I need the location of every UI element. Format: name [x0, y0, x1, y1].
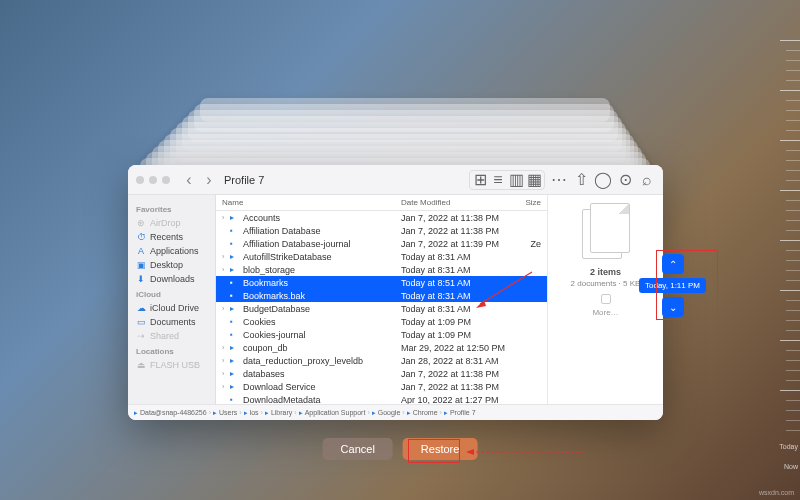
path-segment[interactable]: Profile 7 — [450, 409, 476, 416]
file-row[interactable]: ▪Affiliation Database-journalJan 7, 2022… — [216, 237, 547, 250]
file-row[interactable]: ▪Cookies-journalToday at 1:09 PM — [216, 328, 547, 341]
back-button[interactable]: ‹ — [182, 173, 196, 187]
file-row[interactable]: ›▸AccountsJan 7, 2022 at 11:38 PM — [216, 211, 547, 224]
sidebar-item[interactable]: ▣Desktop — [132, 258, 211, 272]
path-separator: › — [261, 409, 263, 416]
sidebar-item[interactable]: ⬇Downloads — [132, 272, 211, 286]
col-date[interactable]: Date Modified — [401, 198, 511, 207]
file-row[interactable]: ›▸coupon_dbMar 29, 2022 at 12:50 PM — [216, 341, 547, 354]
timeline-tick[interactable] — [786, 410, 800, 411]
path-segment[interactable]: Users — [219, 409, 237, 416]
forward-button[interactable]: › — [202, 173, 216, 187]
close-icon[interactable] — [136, 176, 144, 184]
timeline-tick[interactable] — [786, 110, 800, 111]
path-bar[interactable]: ▸Data@snap-4486256›▸Users›▸los›▸Library›… — [128, 404, 663, 420]
preview-subtitle: 2 documents · 5 KB — [571, 279, 641, 288]
timeline[interactable]: TodayNow — [760, 40, 800, 480]
sidebar-item[interactable]: AApplications — [132, 244, 211, 258]
timeline-tick[interactable] — [786, 70, 800, 71]
path-segment[interactable]: Chrome — [413, 409, 438, 416]
timeline-tick[interactable] — [786, 420, 800, 421]
group-button[interactable]: ⋯ — [551, 172, 567, 188]
timeline-tick[interactable] — [786, 160, 800, 161]
timeline-tick[interactable] — [786, 350, 800, 351]
file-row[interactable]: ▪Bookmarks.bakToday at 8:31 AM — [216, 289, 547, 302]
icon-view-button[interactable]: ⊞ — [472, 172, 488, 188]
timeline-tick[interactable] — [786, 150, 800, 151]
timeline-tick[interactable] — [786, 250, 800, 251]
minimize-icon[interactable] — [149, 176, 157, 184]
col-size[interactable]: Size — [511, 198, 541, 207]
file-row[interactable]: ▪Affiliation DatabaseJan 7, 2022 at 11:3… — [216, 224, 547, 237]
sidebar-icon: ⊛ — [136, 218, 146, 228]
timeline-tick[interactable] — [786, 400, 800, 401]
path-segment[interactable]: Application Support — [305, 409, 366, 416]
timeline-tick[interactable] — [786, 180, 800, 181]
timeline-tick[interactable] — [786, 430, 800, 431]
file-row[interactable]: ›▸data_reduction_proxy_leveldbJan 28, 20… — [216, 354, 547, 367]
timeline-tick[interactable] — [786, 380, 800, 381]
timeline-tick[interactable] — [786, 170, 800, 171]
list-view-button[interactable]: ≡ — [490, 172, 506, 188]
col-name[interactable]: Name — [222, 198, 401, 207]
cancel-button[interactable]: Cancel — [323, 438, 393, 460]
list-header[interactable]: Name Date Modified Size — [216, 195, 547, 211]
timeline-tick[interactable] — [786, 130, 800, 131]
timeline-tick[interactable] — [786, 230, 800, 231]
timeline-tick[interactable] — [780, 90, 800, 91]
timeline-tick[interactable] — [786, 330, 800, 331]
action-button[interactable]: ⊙ — [617, 172, 633, 188]
search-button[interactable]: ⌕ — [639, 172, 655, 188]
time-up-button[interactable]: ⌃ — [662, 254, 684, 274]
tag-button[interactable]: ◯ — [595, 172, 611, 188]
file-row[interactable]: ›▸BudgetDatabaseToday at 8:31 AM — [216, 302, 547, 315]
timeline-tick[interactable] — [780, 40, 800, 41]
timeline-tick[interactable] — [780, 290, 800, 291]
file-row[interactable]: ›▸blob_storageToday at 8:31 AM — [216, 263, 547, 276]
timeline-tick[interactable] — [786, 320, 800, 321]
file-list[interactable]: Name Date Modified Size ›▸AccountsJan 7,… — [216, 195, 547, 404]
timeline-tick[interactable] — [786, 200, 800, 201]
time-down-button[interactable]: ⌄ — [662, 297, 684, 317]
timeline-tick[interactable] — [780, 340, 800, 341]
zoom-icon[interactable] — [162, 176, 170, 184]
timeline-tick[interactable] — [786, 100, 800, 101]
path-segment[interactable]: los — [250, 409, 259, 416]
timeline-tick[interactable] — [786, 60, 800, 61]
folder-icon: ▸ — [230, 252, 240, 261]
share-button[interactable]: ⇧ — [573, 172, 589, 188]
timeline-tick[interactable] — [786, 300, 800, 301]
path-segment[interactable]: Google — [378, 409, 401, 416]
timeline-tick[interactable] — [786, 210, 800, 211]
gallery-view-button[interactable]: ▦ — [526, 172, 542, 188]
file-row[interactable]: ▪DownloadMetadataApr 10, 2022 at 1:27 PM — [216, 393, 547, 404]
path-segment[interactable]: Data@snap-4486256 — [140, 409, 207, 416]
timeline-tick[interactable] — [786, 370, 800, 371]
file-row[interactable]: ›▸Download ServiceJan 7, 2022 at 11:38 P… — [216, 380, 547, 393]
timeline-tick[interactable] — [786, 260, 800, 261]
timeline-tick[interactable] — [786, 220, 800, 221]
timeline-tick[interactable] — [780, 140, 800, 141]
timeline-tick[interactable] — [780, 240, 800, 241]
traffic-lights[interactable] — [136, 176, 170, 184]
sidebar-item[interactable]: ⏱Recents — [132, 230, 211, 244]
file-row[interactable]: ▪BookmarksToday at 8:51 AM — [216, 276, 547, 289]
timeline-tick[interactable] — [780, 190, 800, 191]
more-button[interactable]: More… — [592, 308, 618, 317]
timeline-tick[interactable] — [786, 120, 800, 121]
file-row[interactable]: ›▸AutofillStrikeDatabaseToday at 8:31 AM — [216, 250, 547, 263]
file-row[interactable]: ▪CookiesToday at 1:09 PM — [216, 315, 547, 328]
restore-button[interactable]: Restore — [403, 438, 478, 460]
timeline-tick[interactable] — [786, 310, 800, 311]
timeline-tick[interactable] — [786, 360, 800, 361]
column-view-button[interactable]: ▥ — [508, 172, 524, 188]
timeline-tick[interactable] — [786, 270, 800, 271]
timeline-tick[interactable] — [786, 280, 800, 281]
path-segment[interactable]: Library — [271, 409, 292, 416]
timeline-tick[interactable] — [786, 80, 800, 81]
sidebar-item[interactable]: ☁iCloud Drive — [132, 301, 211, 315]
sidebar-item[interactable]: ▭Documents — [132, 315, 211, 329]
timeline-tick[interactable] — [786, 50, 800, 51]
timeline-tick[interactable] — [780, 390, 800, 391]
file-row[interactable]: ›▸databasesJan 7, 2022 at 11:38 PM — [216, 367, 547, 380]
